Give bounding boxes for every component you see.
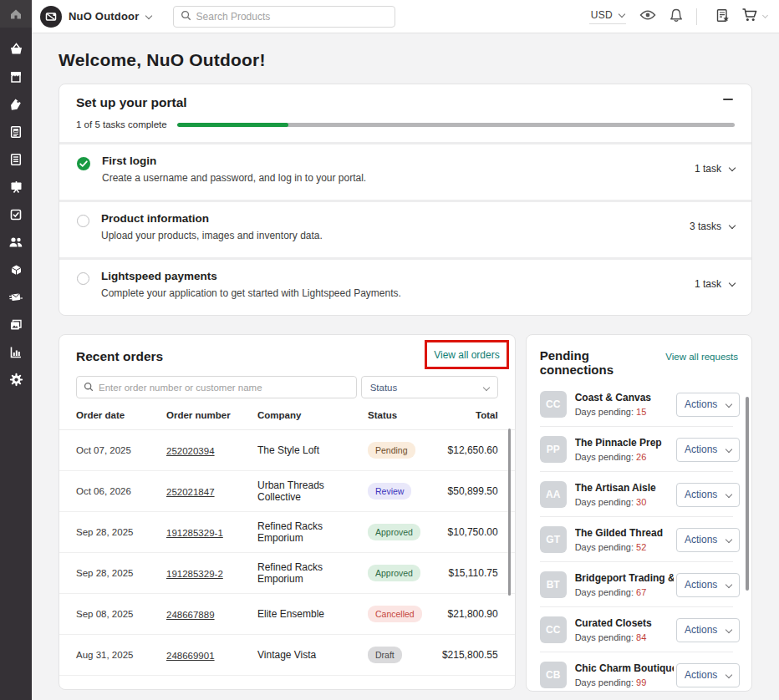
sidebar-item-storefront[interactable] (0, 63, 32, 90)
storefront-icon (9, 70, 23, 84)
chevron-down-icon (726, 445, 732, 452)
actions-button[interactable]: Actions (676, 573, 740, 597)
order-company: Vintage Vista (257, 649, 368, 661)
cart-icon (741, 8, 758, 25)
currency-select[interactable]: USD (589, 9, 626, 24)
view-all-requests-link[interactable]: View all requests (665, 352, 738, 362)
order-number-link[interactable]: 248667889 (166, 610, 215, 620)
easel-icon (9, 180, 23, 194)
actions-button[interactable]: Actions (676, 528, 740, 552)
column-header: Company (257, 410, 368, 420)
pending-connections-title: Pending connections (540, 348, 666, 377)
order-number-link[interactable]: 191285329-1 (166, 528, 223, 538)
task-description: Complete your application to get started… (101, 287, 695, 299)
order-total: $12,650.60 (441, 444, 498, 456)
connection-name: Curated Closets (575, 617, 674, 629)
order-number-link[interactable]: 248669901 (166, 651, 215, 661)
task-expand-control[interactable]: 1 task (695, 163, 735, 175)
chevron-down-icon (726, 400, 732, 407)
main-content: Welcome, NuO Outdoor! Set up your portal… (32, 33, 779, 700)
order-search-input[interactable] (99, 383, 349, 393)
days-pending-value: 67 (636, 587, 646, 597)
connection-name: Chic Charm Boutique (575, 662, 674, 674)
actions-button[interactable]: Actions (676, 618, 740, 642)
cart-button[interactable] (741, 8, 767, 25)
actions-button[interactable]: Actions (676, 393, 740, 417)
chevron-down-icon (729, 165, 736, 171)
setup-portal-card: Set up your portal 1 of 5 tasks complete… (59, 84, 752, 316)
sidebar-item-shop[interactable] (0, 35, 32, 63)
task-expand-control[interactable]: 1 task (695, 278, 735, 290)
days-pending-label: Days pending: (575, 497, 634, 507)
setup-portal-header: Set up your portal 1 of 5 tasks complete (59, 84, 751, 142)
table-row: Sep 08, 2025 248667889 Elite Ensemble Ca… (59, 594, 515, 635)
sidebar-item-shipments[interactable] (0, 256, 32, 283)
progress-bar (177, 123, 735, 127)
actions-button[interactable]: Actions (676, 438, 740, 462)
actions-label: Actions (685, 398, 717, 410)
chevron-down-icon (482, 383, 489, 390)
sidebar-item-linesheets[interactable] (0, 145, 32, 173)
sidebar-item-reports[interactable] (0, 338, 32, 366)
currency-value: USD (591, 9, 613, 21)
order-search[interactable] (76, 376, 357, 398)
order-number-link[interactable]: 252021847 (166, 487, 215, 497)
actions-label: Actions (685, 489, 717, 500)
sidebar-item-products[interactable] (0, 90, 32, 118)
account-name: NuO Outdoor (69, 10, 140, 23)
avatar: AA (540, 481, 567, 508)
actions-label: Actions (685, 579, 717, 591)
sidebar-item-settings[interactable] (0, 366, 32, 393)
recent-orders-card: Recent orders View all orders Status (59, 334, 516, 690)
pending-scrollbar[interactable] (746, 397, 749, 591)
cart-chevron-icon (762, 13, 768, 18)
brand-logo[interactable] (40, 6, 62, 28)
status-badge: Pending (368, 442, 415, 459)
column-header: Status (368, 410, 441, 420)
empty-circle-icon (76, 214, 90, 228)
preview-button[interactable] (639, 9, 656, 23)
sidebar-item-presentations[interactable] (0, 173, 32, 200)
chevron-down-icon (726, 581, 732, 587)
actions-button[interactable]: Actions (676, 663, 740, 687)
status-badge: Approved (368, 565, 420, 581)
order-number-link[interactable]: 252020394 (166, 446, 215, 456)
order-company: Urban Threads Collective (257, 479, 368, 503)
days-pending-label: Days pending: (575, 632, 634, 642)
order-templates-button[interactable] (715, 8, 730, 25)
collapse-button[interactable] (721, 95, 735, 104)
sidebar-item-orders[interactable] (0, 200, 32, 228)
sidebar-item-media[interactable] (0, 311, 32, 338)
page-title: Welcome, NuO Outdoor! (59, 50, 752, 70)
actions-label: Actions (685, 669, 717, 681)
sidebar-item-campaigns[interactable] (0, 283, 32, 311)
chevron-down-icon (726, 671, 732, 677)
search-icon (84, 380, 94, 395)
actions-button[interactable]: Actions (676, 483, 740, 507)
order-date: Aug 31, 2025 (76, 650, 166, 660)
connection-name: The Gilded Thread (575, 527, 674, 539)
status-filter-select[interactable]: Status (361, 376, 498, 398)
connection-name: The Pinnacle Prep (575, 437, 674, 449)
product-search[interactable] (173, 6, 395, 28)
product-search-input[interactable] (196, 11, 388, 23)
column-header: Order number (166, 410, 257, 420)
view-all-orders-link[interactable]: View all orders (434, 349, 499, 361)
pending-connections-card: Pending connections View all requests CC… (526, 334, 752, 692)
gear-icon (9, 373, 23, 387)
bell-icon (670, 8, 683, 25)
list-item: CC Coast & Canvas Days pending: 15 Actio… (527, 382, 751, 427)
box-icon (9, 263, 23, 276)
task-expand-control[interactable]: 3 tasks (690, 221, 735, 232)
order-date: Sep 28, 2025 (76, 527, 166, 537)
notifications-button[interactable] (670, 8, 683, 25)
empty-circle-icon (76, 271, 90, 286)
orders-scrollbar[interactable] (508, 429, 511, 596)
actions-label: Actions (685, 534, 717, 545)
sidebar-item-catalogs[interactable] (0, 118, 32, 145)
order-total: $50,899.50 (441, 485, 498, 497)
sidebar-item-home[interactable] (0, 0, 32, 28)
order-number-link[interactable]: 191285329-2 (166, 569, 223, 579)
account-chevron-icon[interactable] (145, 12, 151, 18)
sidebar-item-customers[interactable] (0, 228, 32, 256)
